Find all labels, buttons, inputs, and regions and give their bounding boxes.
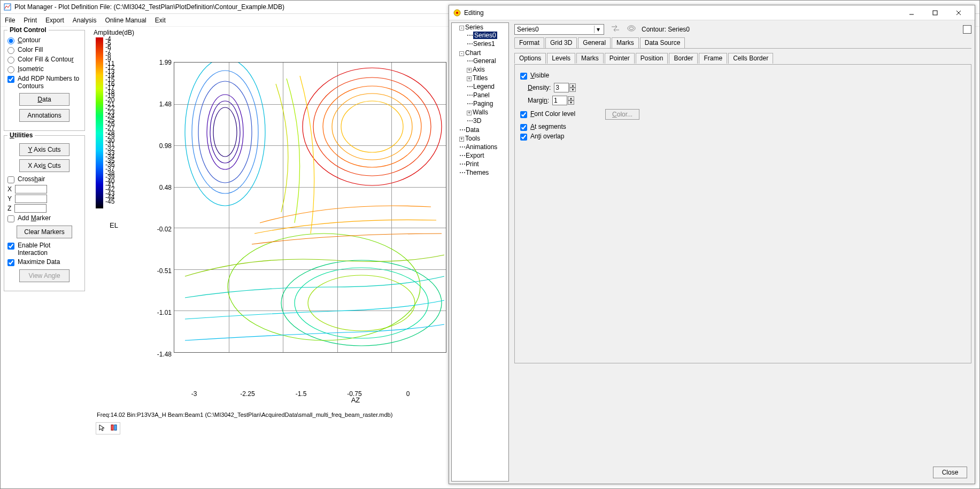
left-panel: Plot Control Contour Color Fill Color Fi…: [1, 27, 88, 488]
tree-animations[interactable]: ⋯Animations: [459, 143, 508, 151]
svg-point-13: [295, 268, 428, 338]
density-spinner[interactable]: ▲▼: [554, 83, 576, 92]
tree-chart[interactable]: -Chart ⋯General+Axis+Titles⋯Legend⋯Panel…: [459, 49, 508, 126]
coord-x-input[interactable]: [15, 185, 47, 193]
maximize-button[interactable]: [923, 6, 947, 19]
x-axis-cuts-button[interactable]: X Axis Cuts: [19, 159, 70, 172]
menu-export[interactable]: Export: [45, 17, 64, 24]
check-at-segments[interactable]: At segments: [520, 123, 966, 131]
tab2-pointer[interactable]: Pointer: [605, 53, 635, 64]
colorbar-gradient: [96, 37, 103, 208]
color-swatch[interactable]: [963, 25, 971, 34]
tab1-grid-3d[interactable]: Grid 3D: [545, 37, 577, 48]
tree-chart-general[interactable]: ⋯General: [467, 57, 508, 65]
tree-chart-panel[interactable]: ⋯Panel: [467, 91, 508, 99]
check-enable-plot[interactable]: Enable Plot Interaction: [7, 242, 81, 257]
clear-markers-button[interactable]: Clear Markers: [17, 226, 72, 238]
tree-chart-paging[interactable]: ⋯Paging: [467, 99, 508, 108]
density-input[interactable]: [554, 83, 569, 92]
check-add-marker[interactable]: Add Marker: [7, 214, 81, 222]
tree-series0[interactable]: ⋯Series0: [467, 31, 508, 40]
menu-analysis[interactable]: Analysis: [73, 17, 97, 24]
radio-colorfill-contour[interactable]: Color Fill & Contour: [7, 56, 81, 64]
tree-tools[interactable]: +Tools: [459, 134, 508, 143]
annotations-button[interactable]: Annotations: [19, 109, 70, 122]
colorbar-ticks: -4-5-6-7-8-9-11-12-13-14-15-16-17-18-19-…: [105, 37, 114, 204]
tab2-cells-border[interactable]: Cells Border: [728, 53, 773, 64]
check-maximize-data[interactable]: Maximize Data: [7, 258, 81, 266]
tree-series[interactable]: -Series ⋯Series0 ⋯Series1: [459, 23, 508, 49]
menu-exit[interactable]: Exit: [155, 17, 166, 24]
check-anti-overlap[interactable]: Anti overlap: [520, 133, 966, 141]
margin-spinner[interactable]: ▲▼: [552, 96, 574, 105]
tab2-position[interactable]: Position: [636, 53, 668, 64]
check-crosshair[interactable]: Crosshair: [7, 175, 81, 183]
close-button[interactable]: Close: [933, 467, 967, 478]
plot-control-title: Plot Control: [7, 26, 49, 34]
density-label: Density:: [528, 84, 551, 91]
tab2-frame[interactable]: Frame: [699, 53, 727, 64]
tab1-data-source[interactable]: Data Source: [640, 37, 685, 48]
dialog-titlebar: Editing: [449, 5, 975, 20]
series-combo[interactable]: Series0 ▾: [514, 24, 604, 35]
pointer-tool-icon[interactable]: [98, 424, 106, 433]
tab2-border[interactable]: Border: [669, 53, 698, 64]
svg-point-10: [192, 71, 258, 193]
tab1-general[interactable]: General: [578, 37, 611, 48]
radio-isometric[interactable]: Isometric: [7, 65, 81, 73]
tab2-levels[interactable]: Levels: [547, 53, 575, 64]
editing-dialog: Editing -Series ⋯Series0 ⋯Series1 -Chart…: [449, 5, 975, 484]
margin-input[interactable]: [552, 96, 567, 105]
radio-contour[interactable]: Contour: [7, 36, 81, 44]
chevron-down-icon[interactable]: ▾: [594, 26, 601, 33]
tree-chart-walls[interactable]: +Walls: [467, 108, 508, 117]
svg-point-19: [456, 12, 458, 14]
svg-point-1: [303, 68, 442, 185]
check-visible[interactable]: Visible: [520, 72, 966, 80]
svg-point-24: [628, 26, 635, 31]
svg-point-12: [281, 260, 442, 346]
tree-chart-titles[interactable]: +Titles: [467, 74, 508, 82]
close-window-button[interactable]: [947, 6, 970, 19]
menu-print[interactable]: Print: [24, 17, 37, 24]
menu-file[interactable]: File: [5, 17, 15, 24]
coord-y: Y: [7, 195, 81, 203]
tab1-marks[interactable]: Marks: [612, 37, 639, 48]
spin-down-icon[interactable]: ▼: [569, 88, 576, 92]
minimize-button[interactable]: [900, 6, 923, 19]
tree-data[interactable]: ⋯Data: [459, 126, 508, 134]
check-add-rdp[interactable]: Add RDP Numbers to Contours: [7, 75, 81, 90]
tab2-marks[interactable]: Marks: [576, 53, 604, 64]
tree-series1[interactable]: ⋯Series1: [467, 40, 508, 48]
coord-z-input[interactable]: [14, 204, 47, 213]
data-button[interactable]: Data: [19, 93, 70, 106]
svg-rect-16: [111, 425, 113, 430]
marks-tab-content: Visible Density: ▲▼ Margin: ▲▼: [514, 64, 971, 363]
chart-toolbar: [96, 422, 120, 434]
y-axis-cuts-button[interactable]: Y Axis Cuts: [19, 143, 70, 156]
svg-point-7: [210, 101, 240, 163]
menu-online-manual[interactable]: Online Manual: [105, 17, 146, 24]
radio-colorfill[interactable]: Color Fill: [7, 46, 81, 54]
tree-print[interactable]: ⋯Print: [459, 160, 508, 168]
spin-up-icon[interactable]: ▲: [568, 96, 574, 100]
color-button: Color...: [605, 109, 639, 120]
coord-y-input[interactable]: [15, 195, 47, 203]
tab1-format[interactable]: Format: [514, 37, 544, 48]
swap-icon[interactable]: [609, 24, 621, 35]
tree-themes[interactable]: ⋯Themes: [459, 168, 508, 177]
tree-chart-3d[interactable]: ⋯3D: [467, 117, 508, 125]
tree-export[interactable]: ⋯Export: [459, 151, 508, 160]
check-font-color-level[interactable]: Font Color level: [520, 110, 575, 118]
tree-pane[interactable]: -Series ⋯Series0 ⋯Series1 -Chart ⋯Genera…: [451, 22, 509, 482]
coord-x: X: [7, 185, 81, 193]
spin-down-icon[interactable]: ▼: [568, 100, 574, 105]
colorbar: -4-5-6-7-8-9-11-12-13-14-15-16-17-18-19-…: [96, 37, 121, 208]
contour-lines: [174, 63, 447, 353]
tree-chart-legend[interactable]: ⋯Legend: [467, 82, 508, 91]
tab2-options[interactable]: Options: [514, 53, 546, 64]
tree-chart-axis[interactable]: +Axis: [467, 65, 508, 74]
zoom-tool-icon[interactable]: [110, 424, 118, 433]
spin-up-icon[interactable]: ▲: [569, 83, 576, 88]
dialog-icon: [453, 9, 461, 17]
